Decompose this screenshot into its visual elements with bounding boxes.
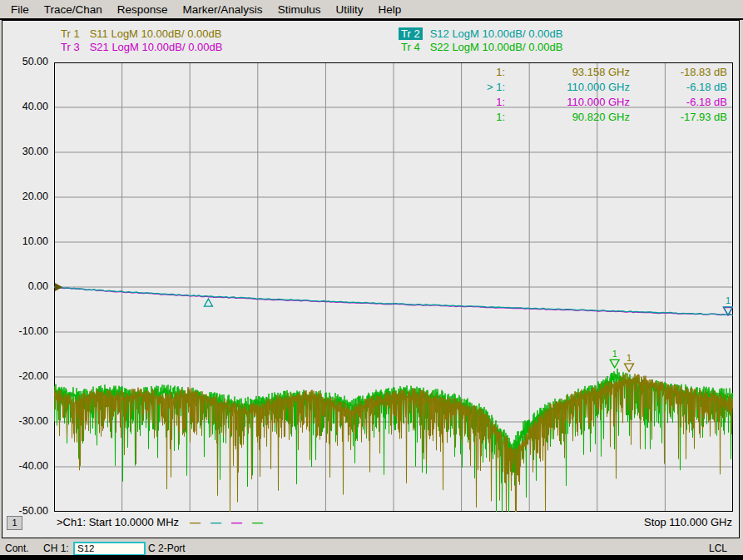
y-tick-label: 50.00 (0, 56, 48, 68)
marker-readout-row: 1:90.820 GHz-17.93 dB (465, 110, 727, 125)
y-tick-label: 0.00 (0, 280, 48, 293)
marker-label: 1: (465, 65, 505, 80)
menu-item-utility[interactable]: Utility (328, 2, 370, 17)
marker-readout-row: 1:110.000 GHz-6.18 dB (465, 95, 727, 110)
trace-dash: — (231, 516, 241, 528)
sweep-start-label: >Ch1: Start 10.0000 MHz———— (57, 516, 262, 528)
svg-text:1: 1 (726, 295, 731, 305)
marker-label: 1: (465, 110, 505, 125)
marker-value: -6.18 dB (630, 80, 727, 95)
trace-detail: S22 LogM 10.00dB/ 0.00dB (430, 41, 563, 53)
y-tick-label: 10.00 (0, 235, 48, 248)
trace-dash: — (211, 516, 220, 528)
y-tick-label: 40.00 (0, 101, 48, 113)
marker-readout-row: 1:93.158 GHz-18.83 dB (465, 65, 727, 80)
channel-label: CH 1: (43, 543, 69, 554)
status-bar: Cont. CH 1: S12 C 2-Port LCL (0, 542, 743, 555)
y-tick-label: -30.00 (0, 415, 48, 428)
menu-item-file[interactable]: File (3, 2, 37, 17)
y-tick-label: 30.00 (0, 146, 48, 158)
menu-item-marker-analysis[interactable]: Marker/Analysis (176, 2, 270, 17)
channel-indicator[interactable]: 1 (7, 516, 22, 530)
marker-value: -17.93 dB (630, 110, 727, 125)
sweep-stop-label: Stop 110.000 GHz (644, 516, 732, 528)
menu-item-help[interactable]: Help (370, 2, 409, 17)
bottom-strip (0, 555, 743, 560)
y-tick-label: -20.00 (0, 370, 48, 383)
marker-value: -6.18 dB (630, 95, 727, 110)
marker-freq: 110.000 GHz (505, 95, 630, 110)
trace-tag[interactable]: Tr 4 (399, 41, 423, 53)
trace-tag[interactable]: Tr 1 (58, 27, 82, 40)
trace-detail: S11 LogM 10.00dB/ 0.00dB (90, 27, 222, 40)
y-tick-label: -40.00 (0, 460, 48, 473)
trace-detail: S12 LogM 10.00dB/ 0.00dB (430, 27, 563, 40)
trace-tag[interactable]: Tr 2 (399, 27, 423, 40)
trace-dash: — (252, 516, 262, 528)
marker-value: -18.83 dB (630, 65, 727, 80)
menu-bar: FileTrace/ChanResponseMarker/AnalysisSti… (0, 0, 743, 20)
marker-freq: 90.820 GHz (505, 110, 630, 125)
marker-label: 1: (465, 95, 505, 110)
lcl-indicator: LCL (709, 543, 727, 554)
trace-detail: S21 LogM 10.00dB/ 0.00dB (90, 41, 223, 53)
legend-tr-3[interactable]: Tr 3S21 LogM 10.00dB/ 0.00dB (58, 41, 222, 53)
measurement-box[interactable]: S12 (73, 542, 146, 556)
marker-label: > 1: (465, 80, 505, 95)
network-analyzer-window: FileTrace/ChanResponseMarker/AnalysisSti… (0, 0, 743, 560)
legend-tr-4[interactable]: Tr 4S22 LogM 10.00dB/ 0.00dB (399, 41, 562, 53)
menu-item-response[interactable]: Response (110, 2, 176, 17)
trace-tag[interactable]: Tr 3 (58, 41, 82, 53)
trace-dash: — (190, 516, 200, 528)
marker-freq: 110.000 GHz (505, 80, 630, 95)
svg-text:1: 1 (612, 349, 617, 359)
legend-tr-2[interactable]: Tr 2S12 LogM 10.00dB/ 0.00dB (399, 27, 562, 40)
start-text: >Ch1: Start 10.0000 MHz (57, 516, 179, 528)
y-tick-label: 20.00 (0, 191, 48, 203)
svg-text:1: 1 (627, 353, 632, 363)
marker-freq: 93.158 GHz (505, 65, 630, 80)
legend-tr-1[interactable]: Tr 1S11 LogM 10.00dB/ 0.00dB (58, 27, 221, 40)
y-tick-label: -10.00 (0, 325, 48, 338)
trace-color-dashes: ———— (179, 516, 262, 528)
trigger-mode: Cont. (5, 543, 29, 554)
calibration-status: C 2-Port (148, 543, 186, 554)
menu-item-trace-chan[interactable]: Trace/Chan (37, 2, 110, 17)
marker-readouts: 1:93.158 GHz-18.83 dB> 1:110.000 GHz-6.1… (465, 65, 727, 125)
marker-readout-row: > 1:110.000 GHz-6.18 dB (465, 80, 727, 95)
menu-item-stimulus[interactable]: Stimulus (270, 2, 329, 17)
plot-area[interactable]: 111 (54, 62, 733, 512)
